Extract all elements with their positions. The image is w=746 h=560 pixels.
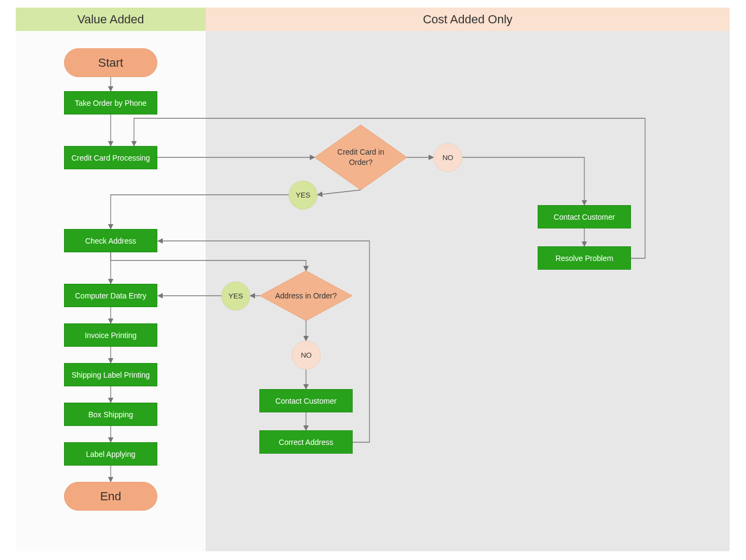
process-correct-address: Correct Address xyxy=(259,430,353,454)
process-box-shipping: Box Shipping xyxy=(64,403,157,426)
process-cc-processing: Credit Card Processing xyxy=(64,146,157,169)
process-check-address: Check Address xyxy=(64,229,157,252)
terminator-end: End xyxy=(64,482,157,511)
process-data-entry: Computer Data Entry xyxy=(64,284,157,307)
process-take-order: Take Order by Phone xyxy=(64,91,157,114)
node-label: End xyxy=(100,489,121,504)
node-label: Take Order by Phone xyxy=(75,99,146,107)
process-resolve-problem: Resolve Problem xyxy=(538,246,631,270)
lane-label: Cost Added Only xyxy=(423,12,512,27)
process-invoice-printing: Invoice Printing xyxy=(64,323,157,347)
terminator-start: Start xyxy=(64,48,157,77)
lane-header-cost-added: Cost Added Only xyxy=(206,8,730,31)
outcome-yes-addr: YES xyxy=(221,282,250,310)
node-label: Start xyxy=(98,56,123,70)
outcome-yes-cc: YES xyxy=(289,181,317,209)
node-label: Computer Data Entry xyxy=(75,291,146,300)
lane-header-value-added: Value Added xyxy=(16,8,206,31)
node-label: Resolve Problem xyxy=(556,254,614,263)
node-label: YES xyxy=(228,292,243,300)
node-label: Address in Order? xyxy=(275,291,337,301)
process-contact-customer-addr: Contact Customer xyxy=(259,389,353,412)
flowchart-diagram: Value Added Cost Added Only xyxy=(16,8,730,551)
lane-label: Value Added xyxy=(77,12,144,27)
node-label: NO xyxy=(442,154,453,162)
node-label: Check Address xyxy=(85,237,136,245)
node-label: Contact Customer xyxy=(276,397,337,405)
process-contact-customer-cc: Contact Customer xyxy=(538,205,631,228)
outcome-no-addr: NO xyxy=(292,341,321,370)
node-label: Credit Card Processing xyxy=(72,154,150,162)
node-label: NO xyxy=(301,351,311,359)
process-shipping-label-printing: Shipping Label Printing xyxy=(64,363,157,386)
node-label: YES xyxy=(296,191,310,199)
node-label: Correct Address xyxy=(279,438,333,447)
node-label: Box Shipping xyxy=(88,410,133,419)
node-label: Shipping Label Printing xyxy=(72,371,150,379)
decision-addr-in-order: Address in Order? xyxy=(260,271,352,321)
decision-cc-in-order: Credit Card in Order? xyxy=(315,125,407,190)
node-label: Label Applying xyxy=(86,450,135,459)
node-label: Invoice Printing xyxy=(85,331,137,340)
process-label-applying: Label Applying xyxy=(64,442,157,466)
node-label: Credit Card in Order? xyxy=(328,147,394,168)
node-label: Contact Customer xyxy=(554,213,615,221)
outcome-no-cc: NO xyxy=(433,143,462,172)
